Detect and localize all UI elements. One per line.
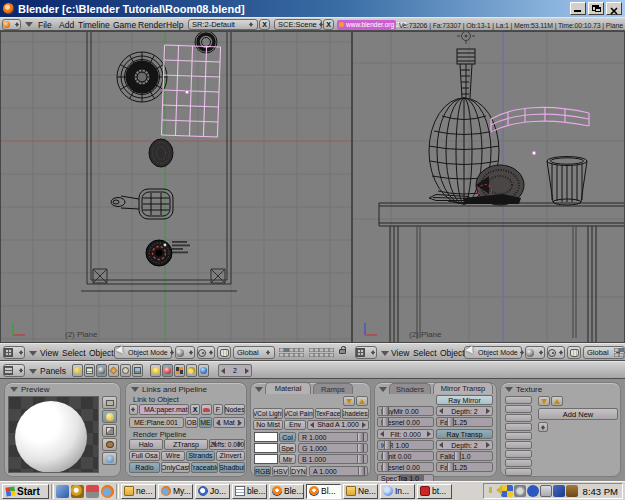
taskbar-task-6-active[interactable]: Bl... xyxy=(306,484,341,499)
r-slider[interactable]: R 1.000 xyxy=(298,432,368,442)
mode-dropdown[interactable]: Object Mode xyxy=(464,346,522,359)
texture-slot[interactable] xyxy=(505,423,532,431)
texture-slot[interactable] xyxy=(505,459,532,467)
menu-game[interactable]: Game xyxy=(113,19,136,31)
screen-close-button[interactable]: X xyxy=(259,19,270,30)
col-swatch[interactable] xyxy=(254,432,278,442)
pivot-dropdown[interactable] xyxy=(197,346,215,359)
material-subcontext-button[interactable] xyxy=(162,364,173,377)
mir-swatch[interactable] xyxy=(254,454,278,464)
taskbar-task-9[interactable]: bt... xyxy=(417,484,452,499)
lamp-subcontext-button[interactable] xyxy=(150,364,161,377)
texface-toggle[interactable]: TexFace xyxy=(315,408,341,419)
texture-collapse-icon[interactable] xyxy=(505,387,513,392)
texture-slot[interactable] xyxy=(505,396,532,404)
material-collapse-icon[interactable] xyxy=(255,387,263,392)
limit-slider[interactable]: Limit 0.00 xyxy=(377,451,434,461)
depth-field-2[interactable]: Depth: 2 xyxy=(436,440,493,450)
fresnel-slider-1[interactable]: Fresnel 0.00 xyxy=(377,417,434,427)
window-type-button[interactable] xyxy=(3,364,25,377)
preview-sky-button[interactable] xyxy=(102,452,117,465)
tray-icon-2[interactable] xyxy=(514,485,526,497)
shad-a-field[interactable]: Shad A 1.000 xyxy=(307,420,369,431)
mir-button[interactable]: Mir xyxy=(279,454,296,464)
copy-material-button[interactable] xyxy=(343,396,355,406)
shaders-tab[interactable]: Shaders xyxy=(389,383,431,394)
texture-browse-button[interactable] xyxy=(538,422,548,432)
orientation-dropdown[interactable]: Global xyxy=(233,346,275,359)
hsv-button[interactable]: HSV xyxy=(272,466,289,476)
dyn-button[interactable]: DYN xyxy=(290,466,307,476)
paste-material-button[interactable] xyxy=(356,396,368,406)
taskbar-task-3[interactable]: Jo... xyxy=(195,484,230,499)
me-button[interactable]: ME xyxy=(199,417,212,428)
view-menu[interactable]: View xyxy=(40,347,58,359)
scene-selector[interactable]: SCE:Scene xyxy=(274,19,322,30)
ob-button[interactable]: OB xyxy=(185,417,198,428)
logic-context-button[interactable] xyxy=(72,364,83,377)
shading-context-button[interactable] xyxy=(96,364,107,377)
tray-icon-4[interactable] xyxy=(540,485,552,497)
volume-icon[interactable] xyxy=(488,485,500,497)
screen-selector[interactable]: SR:2-Default xyxy=(188,19,258,30)
lock-button[interactable] xyxy=(339,346,346,354)
preview-monkey-button[interactable] xyxy=(102,438,117,451)
menu-file[interactable]: File xyxy=(38,19,52,31)
col-button[interactable]: Col xyxy=(279,432,296,442)
texture-slot[interactable] xyxy=(505,432,532,440)
radiosity-subcontext-button[interactable] xyxy=(186,364,197,377)
pivot-dropdown[interactable] xyxy=(547,346,565,359)
blender-org-badge[interactable]: www.blender.org 243 xyxy=(337,20,396,31)
halo-toggle[interactable]: Halo xyxy=(129,439,163,450)
fac-slider-1[interactable]: Fac 1.25 xyxy=(436,417,493,427)
object-context-button[interactable] xyxy=(108,364,119,377)
menus-collapse-icon[interactable] xyxy=(29,369,37,374)
vcol-paint-toggle[interactable]: VCol Paint xyxy=(284,408,314,419)
draw-type-dropdown[interactable] xyxy=(525,346,545,359)
preview-cube-button[interactable] xyxy=(102,424,117,437)
viewport-right[interactable]: (2) Plane xyxy=(352,31,625,343)
window-type-button[interactable] xyxy=(355,346,377,359)
env-toggle[interactable]: Env xyxy=(284,420,306,431)
fac-slider-2[interactable]: Fac 1.25 xyxy=(436,462,493,472)
material-index-field[interactable]: 1 Mat 1 xyxy=(213,417,245,428)
shadbuf-toggle[interactable]: Shadbuf xyxy=(219,462,245,473)
ior-slider[interactable]: IOR 1.00 xyxy=(377,440,434,450)
texture-copy-button[interactable] xyxy=(538,396,550,406)
quicklaunch-icon-3[interactable] xyxy=(86,485,99,498)
window-type-button[interactable] xyxy=(3,346,25,359)
texture-slot[interactable] xyxy=(505,468,532,476)
panels-menu[interactable]: Panels xyxy=(40,365,66,377)
manipulator-button[interactable] xyxy=(217,346,231,359)
strands-toggle[interactable]: Strands xyxy=(186,451,215,462)
manipulator-button[interactable] xyxy=(567,346,581,359)
tray-icon-3[interactable] xyxy=(527,485,539,497)
quicklaunch-icon-2[interactable] xyxy=(71,485,84,498)
taskbar-task-5[interactable]: Ble... xyxy=(269,484,304,499)
menus-collapse-icon[interactable] xyxy=(29,351,37,356)
object-menu[interactable]: Object xyxy=(89,347,114,359)
texture-paste-button[interactable] xyxy=(551,396,563,406)
mirror-transp-tab[interactable]: Mirror Transp xyxy=(433,382,493,394)
quicklaunch-icon-1[interactable] xyxy=(56,485,69,498)
quicklaunch-icon-4[interactable] xyxy=(101,485,114,498)
taskbar-task-4[interactable]: ble... xyxy=(232,484,267,499)
tray-icon-5[interactable] xyxy=(553,485,565,497)
restore-button[interactable] xyxy=(588,2,604,15)
script-context-button[interactable] xyxy=(84,364,95,377)
mode-dropdown[interactable]: Object Mode xyxy=(114,346,172,359)
a-slider[interactable]: A 1.000 xyxy=(309,466,368,476)
taskbar-task-2[interactable]: My... xyxy=(158,484,193,499)
frame-number-field[interactable]: 2 xyxy=(218,364,252,377)
viewport-left[interactable]: (2) Plane xyxy=(0,31,352,343)
wire-toggle[interactable]: Wire xyxy=(161,451,185,462)
zoffs-field[interactable]: Zoffs: 0.000 xyxy=(209,439,245,450)
spe-button[interactable]: Spe xyxy=(279,443,296,453)
tray-icon-1[interactable] xyxy=(501,485,513,497)
ray-mirror-toggle[interactable]: Ray Mirror xyxy=(436,395,493,405)
ztransp-toggle[interactable]: ZTransp xyxy=(164,439,208,450)
layer-buttons-group1[interactable] xyxy=(279,347,306,359)
minimize-button[interactable] xyxy=(570,2,586,15)
app-menu-button[interactable] xyxy=(2,19,21,30)
shaders-collapse-icon[interactable] xyxy=(379,387,387,392)
